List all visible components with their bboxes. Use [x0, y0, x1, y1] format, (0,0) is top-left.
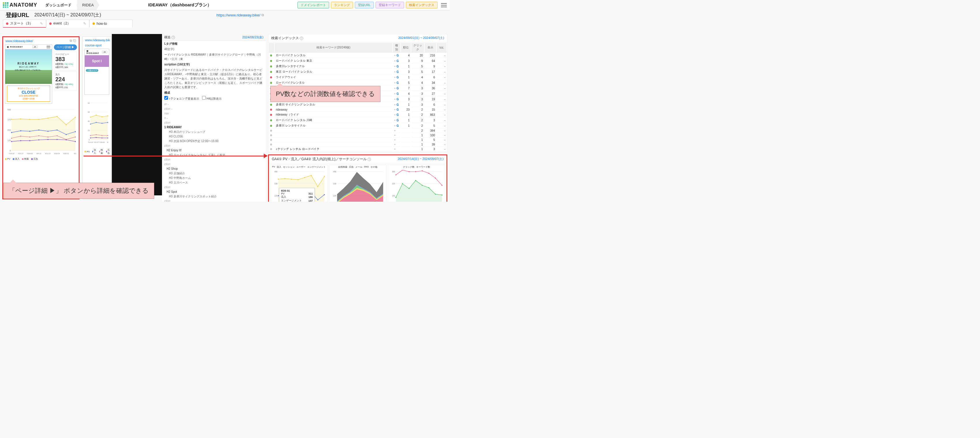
btn-registered-url[interactable]: 登録URL	[355, 2, 374, 8]
svg-point-34	[11, 141, 12, 142]
svg-point-147	[428, 187, 430, 189]
svg-point-11	[20, 118, 21, 120]
svg-text:45: 45	[88, 121, 90, 122]
svg-text:338: 338	[274, 183, 278, 185]
svg-point-105	[324, 194, 325, 195]
copy-icon[interactable]: ⿻	[73, 39, 76, 43]
table-row[interactable]: + 2384-	[269, 129, 447, 133]
svg-point-69	[96, 134, 97, 135]
help-icon[interactable]: ?	[368, 158, 371, 161]
svg-text:250: 250	[8, 129, 11, 131]
card-url[interactable]: www.rideaway.bik	[83, 36, 111, 43]
logo[interactable]: ANATOMY	[0, 2, 40, 8]
svg-text:7/21-27: 7/21-27	[18, 153, 24, 154]
help-icon[interactable]: ?	[172, 36, 175, 39]
svg-text:90: 90	[88, 102, 90, 104]
sectioning-checkbox[interactable]: ｨクショニング要素表示	[164, 97, 199, 100]
page-detail-button[interactable]: ページ詳細 ▶	[54, 44, 77, 50]
site-url-link[interactable]: https://www.rideaway.bike/	[216, 13, 260, 17]
svg-point-39	[56, 139, 58, 140]
svg-point-20	[29, 131, 30, 132]
svg-point-150	[395, 175, 397, 176]
svg-point-95	[311, 175, 312, 176]
table-row[interactable]: ロードバイク レンタル + G 420216-	[269, 53, 447, 58]
svg-text:7/28-8/3: 7/28-8/3	[99, 141, 105, 143]
svg-point-144	[409, 188, 410, 189]
svg-point-19	[20, 130, 21, 132]
svg-text:7/28-8/3: 7/28-8/3	[27, 153, 33, 154]
table-row[interactable]: + 15-	[269, 138, 447, 142]
svg-point-155	[428, 173, 430, 174]
svg-point-156	[435, 178, 436, 179]
url-card: www.rideaway.bik course-spot ▣ RIDEAWAY …	[83, 36, 111, 199]
external-link-icon[interactable]: ⧉	[70, 39, 72, 43]
svg-point-66	[102, 123, 102, 124]
svg-point-14	[48, 117, 49, 119]
svg-text:225: 225	[274, 195, 278, 197]
hamburger-icon[interactable]	[441, 3, 447, 7]
svg-point-98	[278, 195, 279, 196]
card-url[interactable]: www.rideaway.bike/ ⧉⿻	[3, 37, 79, 44]
svg-point-146	[422, 185, 423, 186]
table-row[interactable]: 東京 ロードバイク レンタル + G 3517-	[269, 70, 447, 75]
stat-inflow: 流入 224 8週変動 +9(+4%) 8週平均 231	[54, 71, 77, 90]
filter-tab-event[interactable]: event（2）✎	[46, 20, 89, 28]
ga-chart-breakdown: 自然検索広告メールSNSその他 0113225338450 7/14-207/2…	[329, 165, 387, 202]
html-structure-panel: 構造 ?2024/08/23(金) Lタグ情報 49文字) ードバイクレンタル …	[162, 34, 266, 202]
table-row[interactable]: + 1100-	[269, 133, 447, 138]
btn-registered-keyword[interactable]: 登録キーワード	[375, 2, 404, 8]
table-row[interactable]: ｨクリング レンタル ロードバイク + 13-	[269, 147, 447, 151]
svg-text:300: 300	[392, 171, 395, 173]
table-row[interactable]: rideaway（ライド + G 12863-	[269, 113, 447, 117]
table-row[interactable]: ロードバイク レンタル 川崎 + G 123-	[269, 118, 447, 123]
svg-text:8/: 8/	[107, 141, 109, 143]
table-row[interactable]: ロードバイクレンタル + G 5434-	[269, 80, 447, 85]
svg-point-74	[102, 138, 102, 138]
svg-text:450: 450	[274, 171, 278, 173]
svg-point-91	[285, 178, 286, 179]
external-link-icon[interactable]: ⧉	[261, 13, 264, 17]
svg-text:7/14-20: 7/14-20	[88, 141, 93, 143]
redacted-overlay	[112, 34, 162, 195]
table-row[interactable]: ロードバイク レンタル 東京 + G 3964-	[269, 59, 447, 63]
chart-legend: PV流入検索広告	[83, 148, 111, 156]
svg-point-148	[435, 194, 436, 195]
svg-point-36	[29, 140, 30, 141]
svg-text:8/11-17: 8/11-17	[45, 153, 51, 154]
page-header-row: 登録URL 2024/07/14(日) ~ 2024/09/07(土) http…	[0, 10, 450, 20]
svg-point-152	[409, 171, 410, 172]
btn-domain-report[interactable]: ドメインレポート	[298, 2, 329, 8]
table-row[interactable]: + 139-	[269, 143, 447, 147]
table-row[interactable]: rideaway + G 23215-	[269, 108, 447, 112]
svg-point-27	[20, 136, 21, 137]
svg-point-37	[38, 139, 40, 140]
svg-point-142	[395, 197, 397, 198]
svg-text:338: 338	[333, 183, 336, 185]
menu-icon[interactable]	[47, 46, 50, 48]
btn-ranking[interactable]: ランキング	[331, 2, 353, 8]
filter-tab-start[interactable]: スタート（3）✎	[3, 20, 46, 28]
edit-icon[interactable]: ✎	[40, 22, 43, 25]
svg-point-12	[29, 119, 30, 120]
tab-dashboard[interactable]: ダッシュボード	[40, 0, 77, 10]
svg-text:225: 225	[333, 195, 336, 197]
h4-checkbox[interactable]: H4以降表示	[202, 97, 222, 100]
tab-ridea[interactable]: RIDEA	[77, 0, 99, 10]
help-icon[interactable]: ?	[300, 36, 303, 40]
url-card: www.rideaway.bike/ ⧉⿻ ▣ RIDEAWAY JA RIDE…	[2, 36, 80, 199]
table-row[interactable]: 多摩川 サイクリング レンタル + G 136-	[269, 102, 447, 107]
svg-text:23: 23	[88, 130, 90, 132]
table-row[interactable]: 多摩川レンタサイクル + G 159-	[269, 64, 447, 69]
btn-search-index[interactable]: 検索インデックス	[406, 2, 438, 8]
table-row[interactable]: ライドアウェイ + G 146-	[269, 75, 447, 80]
svg-point-65	[96, 122, 97, 123]
svg-text:7/14-20: 7/14-20	[9, 153, 14, 154]
svg-point-92	[291, 179, 292, 180]
svg-point-15	[56, 116, 58, 117]
table-row[interactable]: 多摩川 レンタサイクル + G 125-	[269, 123, 447, 128]
edit-icon[interactable]: ✎	[83, 22, 86, 25]
svg-text:450: 450	[333, 171, 336, 173]
lang-select[interactable]: JA	[32, 46, 37, 48]
filter-tab-howto[interactable]: how-to	[89, 20, 133, 28]
svg-point-104	[317, 199, 318, 200]
